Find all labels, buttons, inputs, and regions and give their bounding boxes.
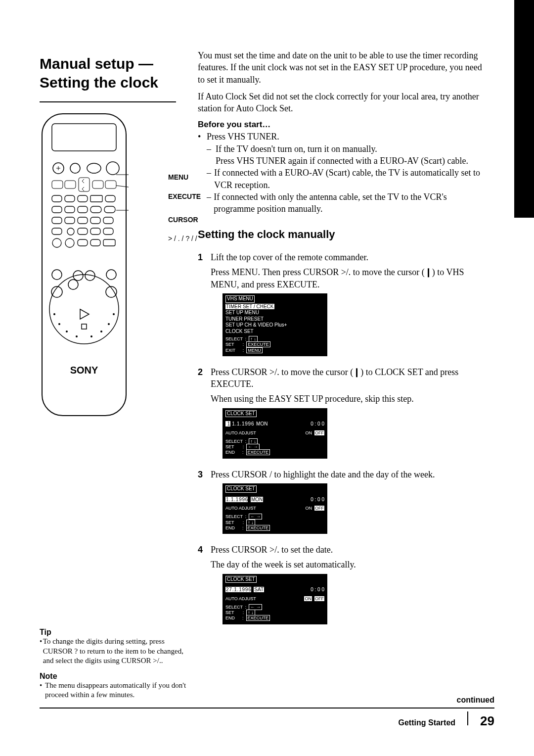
step-3: 3 Press CURSOR / to highlight the date a… <box>198 469 485 534</box>
step-1: 1 Lift the top cover of the remote comma… <box>198 251 485 356</box>
svg-rect-14 <box>90 195 102 202</box>
svg-rect-18 <box>78 206 88 213</box>
svg-rect-33 <box>78 239 88 246</box>
before-dash-3: –If connected with only the antenna cabl… <box>198 191 485 215</box>
label-cursor-sub: > / . / ? / / <box>168 235 201 243</box>
label-menu: MENU <box>168 173 201 182</box>
svg-point-51 <box>100 331 102 332</box>
svg-point-45 <box>53 313 55 315</box>
remote-callouts: MENU EXECUTE CURSOR > / . / ? / / <box>168 173 201 254</box>
step-4: 4 Press CURSOR >/. to set the date. The … <box>198 544 485 624</box>
sub-heading: Setting the clock manually <box>198 227 485 242</box>
svg-rect-29 <box>90 228 100 235</box>
right-column: You must set the time and date on the un… <box>198 49 485 624</box>
svg-rect-44 <box>82 324 87 329</box>
svg-point-48 <box>76 335 78 337</box>
intro-1: You must set the time and date on the un… <box>198 49 485 86</box>
side-tab-label: Getting Started <box>520 27 529 84</box>
svg-point-38 <box>106 270 116 280</box>
osd-vhs-menu: VHS MENU TIMER SET / CHECK SET UP MENU T… <box>222 293 327 356</box>
before-heading: Before you start… <box>198 119 485 131</box>
svg-point-50 <box>108 323 110 325</box>
svg-point-47 <box>66 331 68 332</box>
osd-clock-set-3: CLOCK SET 2 7 . 1 . 1 9 9 6 SAT0 : 0 0 A… <box>222 574 327 624</box>
svg-point-31 <box>52 238 61 247</box>
osd-clock-set-2: CLOCK SET 1 . 1 . 1 9 9 6 MON0 : 0 0 AUT… <box>222 483 327 534</box>
title-rule <box>40 101 176 102</box>
svg-point-43 <box>68 280 78 289</box>
svg-rect-12 <box>65 195 75 202</box>
svg-rect-25 <box>103 217 113 224</box>
svg-rect-9 <box>105 181 116 189</box>
page: Getting Started Manual setup — Setting t… <box>0 0 534 756</box>
svg-point-5 <box>106 162 119 175</box>
tip-heading: Tip <box>40 628 188 637</box>
svg-rect-35 <box>103 239 115 246</box>
svg-rect-16 <box>52 206 62 213</box>
label-execute: EXECUTE <box>168 192 201 201</box>
footer-section: Getting Started <box>399 718 456 727</box>
svg-rect-30 <box>103 228 113 235</box>
svg-rect-17 <box>65 206 75 213</box>
before-dash-2: –If connected with a EURO-AV (Scart) cab… <box>198 167 485 191</box>
footer-page: 29 <box>480 713 494 729</box>
svg-rect-20 <box>104 206 115 213</box>
page-title: Manual setup — Setting the clock <box>40 54 188 92</box>
svg-point-46 <box>58 323 60 325</box>
svg-rect-6 <box>52 181 63 189</box>
svg-rect-11 <box>52 195 62 202</box>
svg-rect-10 <box>79 178 89 191</box>
intro-2: If Auto Clock Set did not set the clock … <box>198 91 485 115</box>
svg-rect-21 <box>52 217 62 224</box>
svg-rect-24 <box>90 217 100 224</box>
note-heading: Note <box>40 672 188 681</box>
before-dash-1: – If the TV doesn't turn on, turn it on … <box>198 143 485 167</box>
svg-point-27 <box>67 228 74 235</box>
svg-point-37 <box>52 270 62 280</box>
svg-point-3 <box>70 163 80 173</box>
svg-rect-28 <box>78 228 88 235</box>
svg-rect-13 <box>78 195 88 202</box>
tip-body: • To change the digits during setting, p… <box>40 637 188 666</box>
svg-point-32 <box>65 238 74 247</box>
svg-point-4 <box>87 163 101 173</box>
svg-rect-1 <box>52 124 116 151</box>
label-cursor: CURSOR <box>168 216 201 224</box>
svg-rect-15 <box>105 195 115 202</box>
before-bullet: •Press VHS TUNER. <box>198 131 485 142</box>
svg-point-49 <box>113 313 115 315</box>
left-column: Manual setup — Setting the clock <box>40 54 188 700</box>
svg-line-54 <box>116 186 129 188</box>
svg-rect-8 <box>92 181 103 189</box>
sony-logo: SONY <box>70 365 98 376</box>
svg-rect-23 <box>78 217 88 224</box>
remote-svg: SONY <box>40 111 129 418</box>
osd-clock-set-1: CLOCK SET 1 1 . 1 . 1 9 9 6 MON0 : 0 0 A… <box>222 408 327 459</box>
footer: continued Getting Started 29 <box>40 696 494 729</box>
svg-point-52 <box>90 335 92 337</box>
svg-rect-19 <box>90 206 101 213</box>
svg-rect-26 <box>52 228 62 235</box>
step-2: 2 Press CURSOR >/. to move the cursor (❙… <box>198 366 485 459</box>
svg-rect-7 <box>65 181 76 189</box>
svg-rect-22 <box>65 217 75 224</box>
remote-illustration: SONY <box>40 111 188 420</box>
continued-label: continued <box>40 696 494 705</box>
svg-point-36 <box>49 275 119 344</box>
svg-rect-34 <box>90 239 100 246</box>
